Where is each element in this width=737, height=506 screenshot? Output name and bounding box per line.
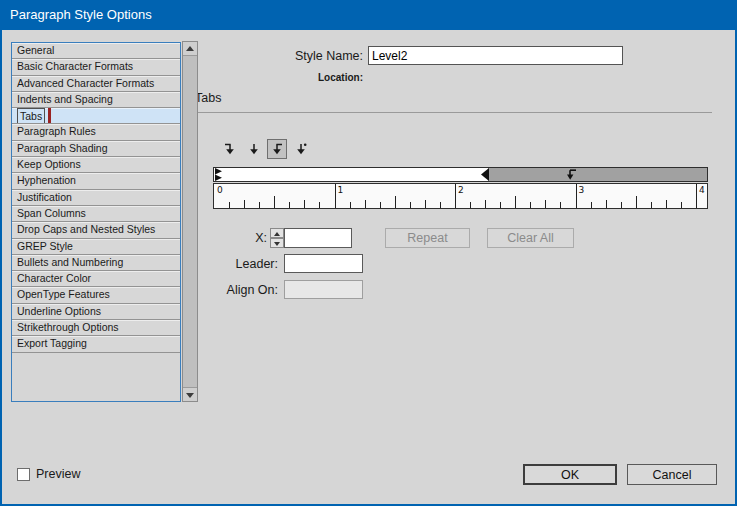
ruler-tick: [425, 200, 426, 208]
sidebar-item-span-columns[interactable]: Span Columns: [12, 206, 180, 222]
scroll-down-icon[interactable]: [183, 387, 197, 401]
sidebar-item-basic-character-formats[interactable]: Basic Character Formats: [12, 59, 180, 75]
preview-checkbox[interactable]: [17, 468, 30, 481]
ruler-tick: [289, 202, 290, 208]
sidebar-item-paragraph-shading[interactable]: Paragraph Shading: [12, 141, 180, 157]
tab-align-left-button[interactable]: [220, 139, 240, 159]
sidebar-item-label: Indents and Spacing: [17, 92, 113, 107]
sidebar-item-general[interactable]: General: [12, 43, 180, 59]
sidebar-item-advanced-character-formats[interactable]: Advanced Character Formats: [12, 76, 180, 92]
repeat-button[interactable]: Repeat: [385, 228, 470, 248]
ruler-tick: [350, 202, 351, 208]
sidebar-item-drop-caps-and-nested-styles[interactable]: Drop Caps and Nested Styles: [12, 222, 180, 238]
tab-stop-strip[interactable]: [213, 167, 708, 182]
page-title: Tabs: [195, 91, 221, 105]
sidebar-item-label: General: [17, 43, 54, 58]
ruler-inch-line: [696, 184, 697, 208]
ruler-tick: [681, 202, 682, 208]
sidebar-item-label: Strikethrough Options: [17, 320, 119, 335]
title-bar[interactable]: Paragraph Style Options: [0, 0, 737, 30]
sidebar-item-indents-and-spacing[interactable]: Indents and Spacing: [12, 92, 180, 108]
sidebar-item-label: Underline Options: [17, 304, 101, 319]
sidebar-item-hyphenation[interactable]: Hyphenation: [12, 173, 180, 189]
sidebar-item-label: Span Columns: [17, 206, 86, 221]
cancel-button[interactable]: Cancel: [627, 464, 717, 485]
sidebar-item-label: Paragraph Shading: [17, 141, 108, 156]
tab-ruler[interactable]: 01234: [213, 183, 708, 209]
tab-align-center-button[interactable]: [244, 139, 264, 159]
dialog-title: Paragraph Style Options: [10, 7, 152, 22]
ruler-tick: [410, 202, 411, 208]
ruler-tick: [651, 202, 652, 208]
right-indent-marker-icon[interactable]: [481, 168, 489, 181]
ruler-inch-line: [576, 184, 577, 208]
ruler-number: 3: [579, 185, 585, 195]
sidebar-item-keep-options[interactable]: Keep Options: [12, 157, 180, 173]
sidebar-item-grep-style[interactable]: GREP Style: [12, 239, 180, 255]
ruler-number: 0: [217, 185, 223, 195]
clear-all-button[interactable]: Clear All: [487, 228, 574, 248]
sidebar-item-label: Paragraph Rules: [17, 124, 96, 139]
stepper-down-icon[interactable]: [270, 238, 284, 248]
ruler-tick: [636, 196, 637, 208]
ruler-tick: [500, 202, 501, 208]
sidebar-item-opentype-features[interactable]: OpenType Features: [12, 287, 180, 303]
paragraph-style-options-dialog: Paragraph Style Options GeneralBasic Cha…: [0, 0, 737, 506]
ruler-tick: [515, 196, 516, 208]
list-scrollbar[interactable]: [182, 41, 198, 402]
left-indent-marker-icon[interactable]: [215, 168, 223, 181]
ruler-tick: [319, 202, 320, 208]
ruler-inch-line: [455, 184, 456, 208]
sidebar-item-export-tagging[interactable]: Export Tagging: [12, 336, 180, 352]
align-on-input[interactable]: [284, 280, 363, 299]
sidebar-item-strikethrough-options[interactable]: Strikethrough Options: [12, 320, 180, 336]
ruler-tick: [485, 200, 486, 208]
ruler-tick: [545, 200, 546, 208]
sidebar-item-tabs[interactable]: Tabs: [12, 108, 180, 124]
x-position-input[interactable]: [284, 228, 352, 248]
ruler-number: 2: [458, 185, 464, 195]
align-to-decimal-tab-icon: [293, 141, 309, 157]
tab-align-right-button[interactable]: [267, 139, 287, 159]
center-justified-tab-icon: [246, 141, 262, 157]
ruler-tick: [365, 200, 366, 208]
sidebar-item-character-color[interactable]: Character Color: [12, 271, 180, 287]
leader-label: Leader:: [195, 257, 278, 271]
x-position-stepper[interactable]: [270, 228, 284, 248]
tab-stop-marker-icon[interactable]: [566, 169, 577, 181]
right-justified-tab-icon: [269, 141, 285, 157]
ruler-tick: [666, 200, 667, 208]
tab-align-decimal-button[interactable]: [291, 139, 311, 159]
ruler-tick: [259, 202, 260, 208]
ruler-tick: [274, 196, 275, 208]
sidebar-item-label: GREP Style: [17, 239, 73, 254]
stepper-up-icon[interactable]: [270, 228, 284, 238]
sidebar-item-paragraph-rules[interactable]: Paragraph Rules: [12, 124, 180, 140]
ok-button[interactable]: OK: [523, 464, 617, 485]
x-position-label: X:: [195, 231, 267, 245]
sidebar-item-label: Character Color: [17, 271, 91, 286]
ruler-tick: [621, 202, 622, 208]
sidebar-item-label: Hyphenation: [17, 173, 76, 188]
ruler-tick: [395, 196, 396, 208]
style-name-input[interactable]: [368, 46, 623, 65]
ruler-tick: [560, 202, 561, 208]
sidebar-item-label: Advanced Character Formats: [17, 76, 154, 91]
sidebar-item-label: Drop Caps and Nested Styles: [17, 222, 155, 237]
left-justified-tab-icon: [222, 141, 238, 157]
sidebar-item-label: Keep Options: [17, 157, 81, 172]
sidebar-item-justification[interactable]: Justification: [12, 190, 180, 206]
scroll-up-icon[interactable]: [183, 42, 197, 56]
sidebar-item-label: Basic Character Formats: [17, 59, 133, 74]
leader-input[interactable]: [284, 254, 363, 273]
sidebar-item-bullets-and-numbering[interactable]: Bullets and Numbering: [12, 255, 180, 271]
ruler-number: 1: [338, 185, 344, 195]
ruler-inch-line: [335, 184, 336, 208]
ruler-number: 4: [699, 185, 705, 195]
ruler-tick: [244, 200, 245, 208]
location-label: Location:: [195, 72, 363, 83]
preview-label: Preview: [36, 467, 80, 481]
ruler-tick: [470, 202, 471, 208]
ruler-tick: [229, 202, 230, 208]
sidebar-item-underline-options[interactable]: Underline Options: [12, 304, 180, 320]
